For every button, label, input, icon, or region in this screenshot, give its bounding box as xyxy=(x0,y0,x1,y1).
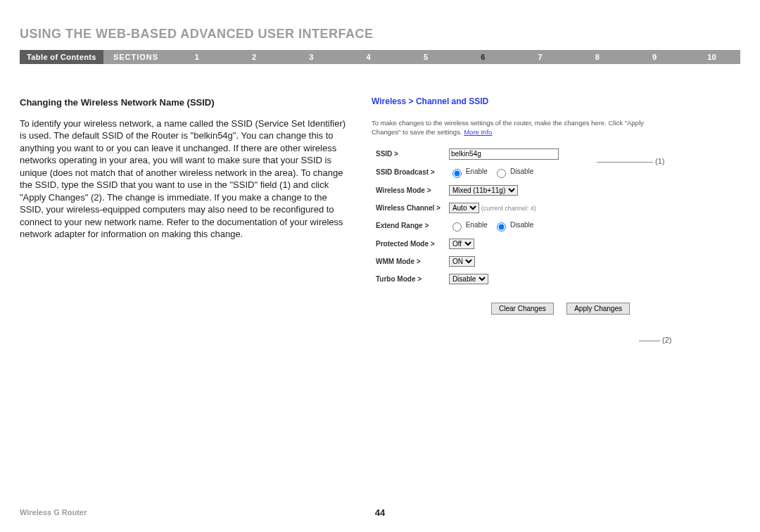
page-footer: Wireless G Router 44 xyxy=(20,508,740,517)
page-title: USING THE WEB-BASED ADVANCED USER INTERF… xyxy=(20,27,740,42)
ssid-label: SSID > xyxy=(372,147,445,161)
section-body-text: To identify your wireless network, a nam… xyxy=(20,118,350,241)
ssid-input[interactable] xyxy=(449,148,559,160)
section-link-9[interactable]: 9 xyxy=(626,50,683,64)
extend-label: Extend Range > xyxy=(372,219,445,233)
breadcrumb[interactable]: Wireless > Channel and SSID xyxy=(372,96,740,106)
section-link-1[interactable]: 1 xyxy=(168,50,225,64)
panel-instructions: To make changes to the wireless settings… xyxy=(372,119,653,137)
page-number: 44 xyxy=(375,507,385,518)
wireless-mode-select[interactable]: Mixed (11b+11g) xyxy=(449,185,518,196)
mode-label: Wireless Mode > xyxy=(372,184,445,197)
callout-2-text: (2) xyxy=(662,336,671,344)
section-link-7[interactable]: 7 xyxy=(512,50,569,64)
wireless-channel-select[interactable]: Auto xyxy=(449,203,479,213)
channel-label: Wireless Channel > xyxy=(372,201,445,215)
callout-1: (1) xyxy=(597,157,665,165)
apply-changes-button[interactable]: Apply Changes xyxy=(566,303,630,315)
broadcast-disable-radio[interactable]: Disable xyxy=(493,167,533,175)
section-link-10[interactable]: 10 xyxy=(683,50,740,64)
section-link-2[interactable]: 2 xyxy=(225,50,282,64)
section-link-3[interactable]: 3 xyxy=(283,50,340,64)
wmm-label: WMM Mode > xyxy=(372,255,445,268)
toc-link[interactable]: Table of Contents xyxy=(20,50,103,64)
extend-disable-text: Disable xyxy=(510,221,533,229)
panel-instructions-text: To make changes to the wireless settings… xyxy=(372,119,644,136)
turbo-label: Turbo Mode > xyxy=(372,272,445,286)
wmm-mode-select[interactable]: ON xyxy=(449,256,475,267)
current-channel-note: (current channel: 4) xyxy=(481,205,536,212)
section-link-8[interactable]: 8 xyxy=(569,50,626,64)
broadcast-enable-radio[interactable]: Enable xyxy=(449,167,488,175)
section-navbar: Table of Contents SECTIONS 12345678910 xyxy=(20,50,740,64)
callout-2: (2) xyxy=(639,336,672,344)
callout-1-text: (1) xyxy=(655,157,664,165)
protected-mode-select[interactable]: Off xyxy=(449,239,474,249)
product-name: Wireless G Router xyxy=(20,508,87,517)
clear-changes-button[interactable]: Clear Changes xyxy=(491,303,554,315)
turbo-mode-select[interactable]: Disable xyxy=(449,274,488,284)
extend-enable-radio[interactable]: Enable xyxy=(449,221,488,229)
extend-enable-text: Enable xyxy=(466,221,488,229)
settings-panel: Wireless > Channel and SSID To make chan… xyxy=(372,96,740,315)
left-column: Changing the Wireless Network Name (SSID… xyxy=(20,96,350,315)
broadcast-label: SSID Broadcast > xyxy=(372,165,445,179)
extend-disable-radio[interactable]: Disable xyxy=(493,221,533,229)
section-link-4[interactable]: 4 xyxy=(340,50,397,64)
protected-label: Protected Mode > xyxy=(372,237,445,251)
section-link-6[interactable]: 6 xyxy=(455,50,512,64)
broadcast-enable-text: Enable xyxy=(466,167,488,175)
sections-label: SECTIONS xyxy=(103,50,168,64)
section-link-5[interactable]: 5 xyxy=(397,50,454,64)
section-heading: Changing the Wireless Network Name (SSID… xyxy=(20,96,350,109)
settings-form: SSID > SSID Broadcast > Enable Disable W… xyxy=(372,143,563,290)
broadcast-disable-text: Disable xyxy=(510,167,533,175)
more-info-link[interactable]: More Info xyxy=(464,128,492,136)
